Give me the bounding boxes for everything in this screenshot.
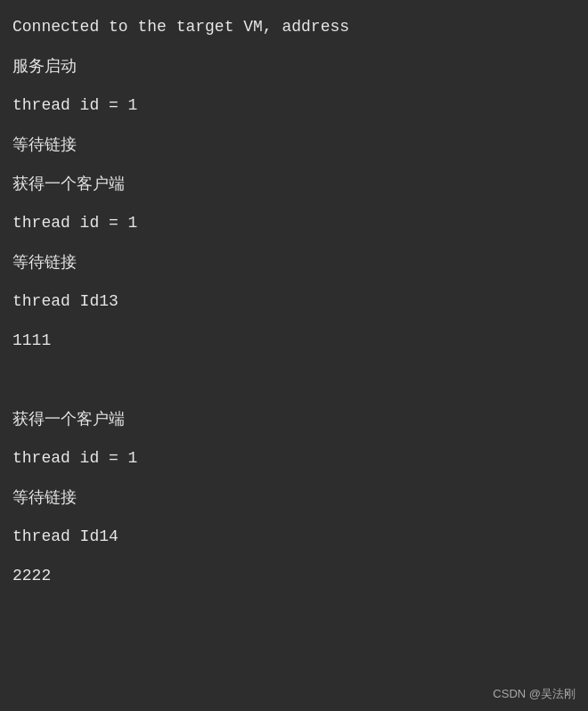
terminal-line: thread Id14 <box>12 517 576 556</box>
terminal-window: Connected to the target VM, address服务启动t… <box>0 0 588 711</box>
terminal-line: 获得一个客户端 <box>12 164 576 203</box>
terminal-line: thread Id13 <box>12 282 576 321</box>
watermark: CSDN @吴法刚 <box>493 686 576 702</box>
terminal-line: 获得一个客户端 <box>12 399 576 438</box>
terminal-output: Connected to the target VM, address服务启动t… <box>12 7 576 595</box>
terminal-line <box>12 360 576 399</box>
terminal-line: 等待链接 <box>12 125 576 164</box>
terminal-line: thread id = 1 <box>12 86 576 125</box>
terminal-line: thread id = 1 <box>12 203 576 242</box>
terminal-line: Connected to the target VM, address <box>12 7 576 46</box>
terminal-line: thread id = 1 <box>12 438 576 478</box>
terminal-line: 服务启动 <box>12 46 576 86</box>
terminal-line: 2222 <box>12 556 576 595</box>
terminal-line: 1111 <box>12 321 576 360</box>
terminal-line: 等待链接 <box>12 242 576 282</box>
terminal-line: 等待链接 <box>12 478 576 517</box>
